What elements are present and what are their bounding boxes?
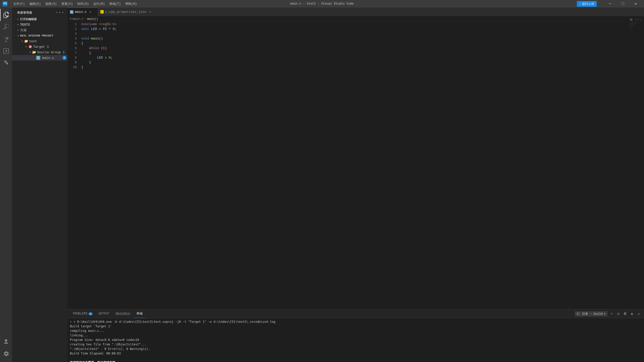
- code-line-7: {: [81, 51, 629, 55]
- tab-main-c[interactable]: C main.c ✕: [67, 8, 98, 16]
- code-line-10: }: [81, 65, 629, 70]
- sidebar: 资源管理器 ··· 打开的编辑器 TEST2 大叔 KEIL UVISION P…: [12, 8, 67, 362]
- menu-help[interactable]: 帮助(H): [123, 1, 139, 7]
- activity-explorer[interactable]: [0, 9, 12, 21]
- menu-selection[interactable]: 选择(S): [43, 1, 59, 7]
- tab-json-close[interactable]: ✕: [148, 10, 152, 14]
- breadcrumb-c-icon: C: [70, 18, 71, 20]
- run-debug-icon: [3, 48, 9, 54]
- minimap: #include <reg52.h> sbit LED = P2 ^ 0; vo…: [629, 22, 644, 309]
- code-content[interactable]: #include <reg52.h> sbit LED = P2 ^ 0; vo…: [79, 22, 629, 309]
- task-dropdown-chevron: ▾: [604, 312, 606, 316]
- test-folder-icon: 📁: [24, 39, 28, 43]
- terminal-line-5: creating hex file from ".\Objects\test".…: [70, 342, 641, 347]
- tab-json-icon: { }: [100, 10, 104, 14]
- terminal-line-4: Program Size: data=9.0 xdata=0 code=19: [70, 338, 641, 342]
- output-label: OUTPUT: [99, 312, 109, 315]
- panel-split-button[interactable]: ⊟: [616, 311, 621, 316]
- tab-cpp-properties[interactable]: { } c_cpp_properties.json ✕: [98, 8, 155, 16]
- title-bar-left: VS 文件(F) 编辑(E) 选择(S) 查看(V) 转到(G) 运行(R) 终…: [3, 1, 139, 7]
- menu-terminal[interactable]: 终端(T): [107, 1, 123, 7]
- terminal-prompt: >: [70, 320, 73, 324]
- panel-tab-output[interactable]: OUTPUT: [96, 309, 112, 318]
- breadcrumb-func[interactable]: main(): [87, 17, 98, 21]
- panel-add-button[interactable]: +: [609, 311, 614, 316]
- title-bar: VS 文件(F) 编辑(E) 选择(S) 查看(V) 转到(G) 运行(R) 终…: [0, 0, 644, 8]
- breadcrumb-sep1: >: [84, 17, 86, 21]
- main-c-arrow: [32, 56, 36, 60]
- panel-tab-terminal[interactable]: 终端: [134, 309, 146, 318]
- breadcrumb-file[interactable]: main.c: [72, 17, 83, 21]
- code-line-3: [81, 31, 629, 36]
- line-numbers: 1 2 3 4 5 6 7 8 9 10: [67, 22, 79, 309]
- sidebar-more-button[interactable]: ···: [56, 10, 64, 15]
- problems-label: PROBLEMS: [73, 312, 88, 315]
- tab-json-label: c_cpp_properties.json: [105, 10, 146, 14]
- test-label: test: [29, 39, 37, 43]
- menu-file[interactable]: 文件(F): [11, 1, 27, 7]
- sidebar-item-daji[interactable]: 大叔: [12, 27, 67, 33]
- activity-account[interactable]: [0, 335, 12, 347]
- minimize-button[interactable]: ─: [604, 0, 616, 8]
- panel-maximize-button[interactable]: ▲: [629, 311, 635, 316]
- terminal-content[interactable]: > > D:\Keil\UV4\UV4.exe -b d:\Codes\C51\…: [67, 318, 644, 362]
- panel-close-button[interactable]: ✕: [636, 311, 641, 316]
- panel-tabs-right: 2: 任务 - build ▾ + ⊟ 🗑 ▲ ✕: [575, 311, 641, 316]
- activity-settings[interactable]: [0, 347, 12, 359]
- sidebar-item-keil[interactable]: KEIL UVISION PROJECT: [12, 33, 67, 38]
- task-label: 2: 任务 - build: [577, 312, 603, 316]
- keil-arrow: [16, 34, 20, 38]
- source-group-folder-icon: 📂: [32, 50, 36, 54]
- close-button[interactable]: ✕: [630, 0, 641, 8]
- sidebar-item-source-group[interactable]: 📂 Source Group 1: [12, 50, 67, 55]
- terminal-label: 终端: [137, 311, 143, 316]
- test2-label: TEST2: [20, 23, 30, 27]
- panel-trash-button[interactable]: 🗑: [622, 311, 628, 316]
- panel-tabs-left: PROBLEMS 2 OUTPUT 调试控制台 终端: [70, 309, 146, 318]
- menu-goto[interactable]: 转到(G): [75, 1, 91, 7]
- menu-run[interactable]: 运行(R): [91, 1, 107, 7]
- open-editors-arrow: [16, 17, 20, 21]
- panel: PROBLEMS 2 OUTPUT 调试控制台 终端: [67, 309, 644, 362]
- extensions-icon: [3, 60, 9, 66]
- menu-view[interactable]: 查看(V): [59, 1, 75, 7]
- breadcrumb: C main.c > main(): [67, 16, 644, 22]
- code-editor[interactable]: 1 2 3 4 5 6 7 8 9 10 #include <reg52.h> …: [67, 22, 644, 309]
- tabs-bar: C main.c ✕ { } c_cpp_properties.json ✕: [67, 8, 644, 16]
- code-scroll-area[interactable]: #include <reg52.h> sbit LED = P2 ^ 0; vo…: [79, 22, 629, 309]
- menu-edit[interactable]: 编辑(E): [27, 1, 43, 7]
- panel-tabs: PROBLEMS 2 OUTPUT 调试控制台 终端: [67, 309, 644, 318]
- task-dropdown[interactable]: 2: 任务 - build ▾: [575, 311, 608, 316]
- code-line-5: {: [81, 41, 629, 46]
- activity-run[interactable]: [0, 45, 12, 57]
- window-title: main.c - test2 - Visual Studio Code: [290, 2, 354, 6]
- sidebar-item-open-editors[interactable]: 打开的编辑器: [12, 16, 67, 22]
- search-icon: [3, 24, 9, 30]
- more-actions-button[interactable]: ···: [635, 16, 641, 23]
- activity-extensions[interactable]: [0, 57, 12, 69]
- account-icon: [3, 339, 9, 344]
- activity-search[interactable]: [0, 21, 12, 33]
- sidebar-item-target1[interactable]: 🎯 Target 1: [12, 44, 67, 50]
- target1-label: Target 1: [33, 45, 49, 49]
- sidebar-title: 资源管理器: [17, 11, 32, 15]
- title-bar-right: ↑ 提问上传 ─ □ ✕: [577, 0, 641, 8]
- terminal-line-1: Build target 'Target 1': [70, 324, 641, 329]
- daji-label: 大叔: [20, 28, 27, 32]
- debug-console-label: 调试控制台: [115, 312, 131, 316]
- sidebar-item-test[interactable]: 📁 test: [12, 38, 67, 44]
- maximize-button[interactable]: □: [617, 0, 629, 8]
- sidebar-item-test2[interactable]: TEST2: [12, 22, 67, 27]
- panel-tab-problems[interactable]: PROBLEMS 2: [70, 309, 96, 318]
- app-container: 资源管理器 ··· 打开的编辑器 TEST2 大叔 KEIL UVISION P…: [0, 8, 644, 362]
- activity-source-control[interactable]: [0, 33, 12, 45]
- menu-bar: 文件(F) 编辑(E) 选择(S) 查看(V) 转到(G) 运行(R) 终端(T…: [11, 1, 139, 7]
- tab-main-c-close[interactable]: ✕: [88, 10, 93, 14]
- source-control-icon: [3, 36, 9, 42]
- split-editor-button[interactable]: ⊡: [628, 16, 634, 23]
- test-arrow: [20, 39, 24, 43]
- tab-main-c-icon: C: [70, 10, 73, 14]
- upload-button[interactable]: ↑ 提问上传: [577, 1, 597, 7]
- panel-tab-debug-console[interactable]: 调试控制台: [112, 309, 134, 318]
- sidebar-item-main-c[interactable]: C main.c M: [12, 55, 67, 61]
